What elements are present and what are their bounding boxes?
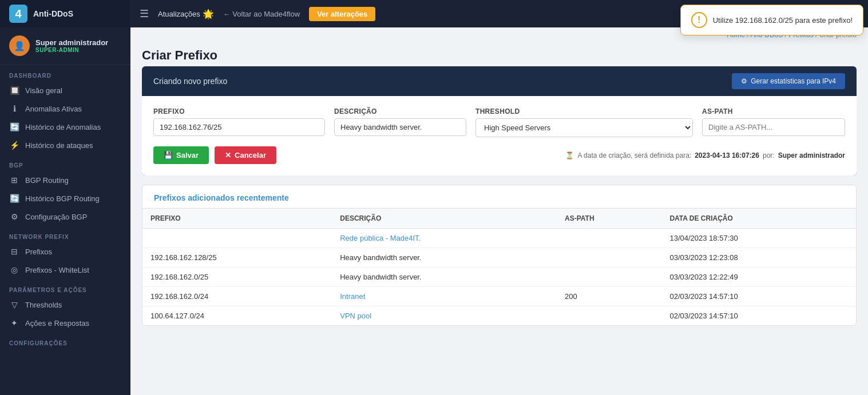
sidebar-item-acoes-respostas[interactable]: ✦ Ações e Respostas bbox=[0, 314, 130, 332]
cancel-button[interactable]: ✕ Cancelar bbox=[215, 146, 276, 164]
sidebar-item-thresholds[interactable]: ▽ Thresholds bbox=[0, 296, 130, 314]
hourglass-icon: ⏳ bbox=[565, 151, 574, 159]
thresholds-icon: ▽ bbox=[9, 300, 19, 309]
section-bgp: BGP bbox=[0, 154, 130, 171]
sidebar-item-prefixos[interactable]: ⊟ Prefixos bbox=[0, 242, 130, 261]
user-name: Super administrador bbox=[35, 38, 108, 47]
anomalias-icon: ℹ bbox=[9, 104, 19, 113]
section-dashboard: Dashboard bbox=[0, 65, 130, 81]
save-button[interactable]: 💾 Salvar bbox=[153, 146, 209, 164]
descricao-input[interactable] bbox=[334, 118, 466, 136]
sidebar-item-bgp-routing[interactable]: ⊞ BGP Routing bbox=[0, 171, 130, 189]
sidebar-item-label: Histórico de ataques bbox=[25, 141, 93, 150]
prefixos-icon: ⊟ bbox=[9, 247, 19, 256]
aspath-input[interactable] bbox=[702, 118, 845, 136]
cell-data: 03/03/2023 12:22:49 bbox=[661, 268, 856, 287]
form-section-title: Criando novo prefixo bbox=[153, 77, 227, 86]
form-date: 2023-04-13 16:07:26 bbox=[695, 151, 759, 159]
form-card: Criando novo prefixo ⚙ Gerar estatística… bbox=[142, 66, 857, 175]
menu-icon[interactable]: ☰ bbox=[140, 7, 149, 20]
cell-data: 13/04/2023 18:57:30 bbox=[661, 229, 856, 248]
config-bgp-icon: ⚙ bbox=[9, 212, 19, 221]
form-body: Prefixo Descrição Threshold High Speed S… bbox=[142, 96, 857, 175]
historico-ataques-icon: ⚡ bbox=[9, 141, 19, 150]
recent-prefixes-title: Prefixos adicionados recentemente bbox=[142, 185, 856, 208]
recent-prefixes-table: Prefixo Descrição AS-PATH Data de criaçã… bbox=[142, 208, 856, 325]
prefixo-input[interactable] bbox=[153, 118, 325, 136]
cell-prefixo: 192.168.162.128/25 bbox=[142, 248, 332, 268]
form-group-threshold: Threshold High Speed Servers Standard Se… bbox=[475, 107, 693, 137]
cell-aspath bbox=[557, 306, 661, 326]
threshold-label: Threshold bbox=[475, 107, 693, 115]
bgp-routing-icon: ⊞ bbox=[9, 175, 19, 185]
table-row: 192.168.162.0/24 Intranet 200 02/03/2023… bbox=[142, 287, 856, 306]
sidebar-item-anomalias-ativas[interactable]: ℹ Anomalias Ativas bbox=[0, 99, 130, 118]
sidebar-item-configuracao-bgp[interactable]: ⚙ Configuração BGP bbox=[0, 208, 130, 226]
sidebar: 4 Anti-DDoS 👤 Super administrador SUPER-… bbox=[0, 0, 130, 395]
updates-label[interactable]: Atualizações 🌟 bbox=[158, 9, 214, 19]
section-parametros: Parâmetros e ações bbox=[0, 279, 130, 296]
overview-icon: 🔲 bbox=[9, 86, 19, 95]
sidebar-item-historico-bgp[interactable]: 🔄 Histórico BGP Routing bbox=[0, 189, 130, 208]
table-row: 100.64.127.0/24 VPN pool 02/03/2023 14:5… bbox=[142, 306, 856, 326]
page-title: Criar Prefixo bbox=[142, 48, 857, 63]
sidebar-item-prefixos-whitelist[interactable]: ◎ Prefixos - WhiteList bbox=[0, 261, 130, 279]
save-icon: 💾 bbox=[164, 151, 173, 159]
main-area: ☰ Atualizações 🌟 ← Voltar ao Made4flow V… bbox=[130, 0, 868, 395]
sidebar-item-label: Histórico de Anomalias bbox=[25, 123, 101, 131]
section-network-prefix: Network Prefix bbox=[0, 226, 130, 242]
form-card-header: Criando novo prefixo ⚙ Gerar estatística… bbox=[142, 66, 857, 96]
col-descricao: Descrição bbox=[332, 209, 557, 229]
sidebar-item-historico-anomalias[interactable]: 🔄 Histórico de Anomalias bbox=[0, 118, 130, 136]
sidebar-item-label: Histórico BGP Routing bbox=[25, 194, 100, 203]
table-body: Rede pública - Made4IT. 13/04/2023 18:57… bbox=[142, 229, 856, 326]
toast-notification: ! Utilize 192.168.162.0/25 para este pre… bbox=[680, 5, 863, 35]
cell-descricao: Heavy bandwidth server. bbox=[332, 268, 557, 287]
form-actions: 💾 Salvar ✕ Cancelar ⏳ A data de criação,… bbox=[153, 146, 845, 164]
aspath-label: AS-PATH bbox=[702, 107, 845, 115]
sidebar-item-visao-geral[interactable]: 🔲 Visão geral bbox=[0, 81, 130, 99]
page-title-bar: Criar Prefixo bbox=[130, 42, 868, 66]
form-group-aspath: AS-PATH bbox=[702, 107, 845, 137]
cell-descricao: VPN pool bbox=[332, 306, 557, 326]
cell-aspath bbox=[557, 268, 661, 287]
form-group-descricao: Descrição bbox=[334, 107, 466, 137]
cancel-icon: ✕ bbox=[225, 151, 231, 159]
col-aspath: AS-PATH bbox=[557, 209, 661, 229]
cell-prefixo: 192.168.162.0/25 bbox=[142, 268, 332, 287]
cell-data: 02/03/2023 14:57:10 bbox=[661, 306, 856, 326]
cell-descricao: Heavy bandwidth server. bbox=[332, 248, 557, 268]
cell-prefixo: 192.168.162.0/24 bbox=[142, 287, 332, 306]
form-user: Super administrador bbox=[778, 151, 845, 159]
whitelist-icon: ◎ bbox=[9, 265, 19, 274]
toast-warning-icon: ! bbox=[691, 12, 707, 28]
sidebar-item-label: Thresholds bbox=[25, 301, 62, 309]
ver-alteracoes-button[interactable]: Ver alterações bbox=[309, 7, 375, 21]
cell-aspath bbox=[557, 248, 661, 268]
sidebar-item-label: BGP Routing bbox=[25, 176, 69, 185]
acoes-icon: ✦ bbox=[9, 318, 19, 328]
recent-prefixes-card: Prefixos adicionados recentemente Prefix… bbox=[142, 185, 857, 326]
gerar-estatisticas-button[interactable]: ⚙ Gerar estatísticas para IPv4 bbox=[732, 73, 845, 89]
cell-aspath: 200 bbox=[557, 287, 661, 306]
sidebar-item-label: Anomalias Ativas bbox=[25, 105, 82, 113]
table-row: 192.168.162.0/25 Heavy bandwidth server.… bbox=[142, 268, 856, 287]
back-button[interactable]: ← Voltar ao Made4flow bbox=[223, 10, 300, 18]
avatar: 👤 bbox=[9, 35, 30, 56]
sidebar-item-historico-ataques[interactable]: ⚡ Histórico de ataques bbox=[0, 136, 130, 154]
sidebar-item-label: Prefixos - WhiteList bbox=[25, 266, 89, 274]
table-row: Rede pública - Made4IT. 13/04/2023 18:57… bbox=[142, 229, 856, 248]
cell-descricao: Rede pública - Made4IT. bbox=[332, 229, 557, 248]
sidebar-item-label: Prefixos bbox=[25, 248, 52, 256]
cell-descricao: Intranet bbox=[332, 287, 557, 306]
descricao-label: Descrição bbox=[334, 107, 466, 115]
content-area: Home / Anti-DDoS / Prefixos / Criar pref… bbox=[130, 27, 868, 395]
threshold-select[interactable]: High Speed Servers Standard Servers Low … bbox=[475, 118, 693, 137]
cell-prefixo: 100.64.127.0/24 bbox=[142, 306, 332, 326]
fire-icon: 🌟 bbox=[203, 9, 214, 19]
sidebar-user: 👤 Super administrador SUPER-ADMIN bbox=[0, 27, 130, 65]
cell-data: 03/03/2023 12:23:08 bbox=[661, 248, 856, 268]
col-prefixo: Prefixo bbox=[142, 209, 332, 229]
gear-icon: ⚙ bbox=[741, 77, 747, 85]
form-group-prefixo: Prefixo bbox=[153, 107, 325, 137]
